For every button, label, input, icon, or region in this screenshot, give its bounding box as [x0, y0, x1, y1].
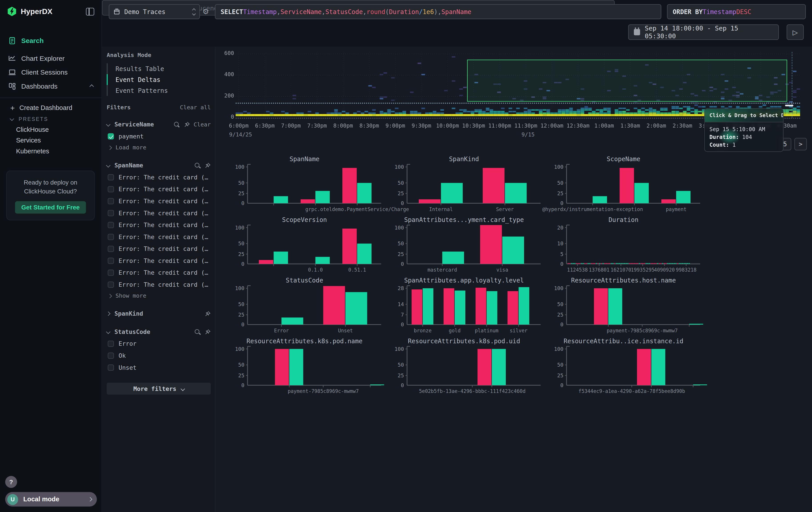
statuscode-option[interactable]: Ok	[107, 351, 211, 360]
time-range-picker[interactable]: Sep 14 18:00:00 - Sep 15 05:30:00	[628, 24, 779, 40]
svg-text:0: 0	[241, 200, 244, 206]
checkbox[interactable]	[108, 353, 114, 359]
filter-group-servicename: ServiceName Clear	[107, 120, 211, 129]
spanname-option[interactable]: Error: The credit card (…	[107, 232, 211, 242]
search-icon[interactable]	[194, 329, 200, 335]
checkbox[interactable]	[108, 281, 114, 288]
presets-toggle[interactable]: PRESETS	[0, 113, 102, 124]
pin-icon[interactable]	[204, 328, 211, 335]
chevron-down-icon[interactable]	[106, 122, 111, 127]
show-more-link[interactable]: Show more	[107, 291, 211, 300]
checkbox[interactable]	[108, 210, 114, 216]
checkbox[interactable]	[108, 198, 114, 204]
spanname-option[interactable]: Error: The credit card (…	[107, 256, 211, 266]
search-icon[interactable]	[194, 162, 200, 168]
spanname-option[interactable]: Error: The credit card (…	[107, 208, 211, 218]
checkbox[interactable]	[108, 133, 114, 140]
analysis-mode-event-patterns[interactable]: Event Patterns	[107, 85, 211, 96]
chart-title: ScopeName	[547, 156, 700, 163]
attribute-charts-grid: SpanName02550100grpc.oteldemo.PaymentSer…	[228, 156, 700, 398]
statuscode-option[interactable]: Unset	[107, 363, 211, 372]
chevron-down-icon[interactable]	[106, 163, 111, 168]
svg-text:25: 25	[398, 251, 404, 257]
app-root: HyperDX Search Chart Explorer Client Ses…	[0, 0, 812, 512]
spanname-option[interactable]: Error: The credit card (…	[107, 268, 211, 277]
chart-title: SpanAttributes...yment.card_type	[387, 216, 541, 223]
query-token: ServiceName	[280, 8, 321, 16]
spanname-option[interactable]: Error: The credit card (…	[107, 185, 211, 194]
svg-text:payment-7985c8969c-mwmw7: payment-7985c8969c-mwmw7	[288, 388, 359, 394]
query-token: /	[419, 8, 423, 16]
checkbox[interactable]	[108, 365, 114, 371]
sidebar-item-search[interactable]: Search	[0, 33, 102, 48]
load-more-link[interactable]: Load more	[107, 143, 211, 152]
svg-text:50: 50	[557, 362, 563, 368]
get-started-button[interactable]: Get Started for Free	[15, 201, 86, 214]
checkbox[interactable]	[108, 174, 114, 181]
help-button[interactable]: ?	[5, 476, 17, 488]
checkbox[interactable]	[108, 270, 114, 276]
mini-chart-resourceattributes-k8s-pod-uid[interactable]: ResourceAttributes.k8s.pod.uid025501005e…	[387, 338, 541, 398]
chevron-right-icon[interactable]	[106, 312, 111, 316]
checkbox[interactable]	[108, 234, 114, 240]
spanname-option[interactable]: Error: The credit card (…	[107, 196, 211, 206]
mini-chart-resourceattributes-host-name[interactable]: ResourceAttributes.host.name02550100paym…	[547, 277, 700, 337]
servicename-option[interactable]: payment	[107, 132, 211, 141]
pin-icon[interactable]	[183, 121, 190, 128]
mini-chart-spanattributes-app-loyalty-level[interactable]: SpanAttributes.app.loyalty.level071428br…	[387, 277, 541, 337]
mini-chart-scopename[interactable]: ScopeName02550100@hyperdx/instrumentatio…	[547, 156, 700, 216]
clear-servicename-button[interactable]: Clear	[194, 121, 211, 128]
analysis-mode-event-deltas[interactable]: Event Deltas	[107, 74, 211, 85]
svg-text:visa: visa	[496, 267, 508, 273]
sidebar-item-clickhouse[interactable]: ClickHouse	[0, 124, 102, 135]
gear-icon[interactable]: ⚙	[203, 7, 209, 16]
mini-chart-spanname[interactable]: SpanName02550100grpc.oteldemo.PaymentSer…	[228, 156, 381, 216]
local-mode-button[interactable]: U Local mode	[5, 492, 97, 507]
chevron-down-icon[interactable]	[106, 330, 111, 334]
more-filters-button[interactable]: More filters	[107, 383, 211, 395]
select-query-input[interactable]: SELECT Timestamp, ServiceName, StatusCod…	[215, 4, 662, 19]
topbar: Demo Traces ⚙ SELECT Timestamp, ServiceN…	[102, 0, 812, 47]
heatmap-selection-box[interactable]	[467, 60, 787, 102]
checkbox[interactable]	[108, 258, 114, 264]
checkbox[interactable]	[108, 186, 114, 192]
mini-chart-resourceattributes-k8s-pod-name[interactable]: ResourceAttributes.k8s.pod.name02550100p…	[228, 338, 381, 398]
source-select[interactable]: Demo Traces	[109, 4, 200, 19]
pin-icon[interactable]	[204, 310, 211, 317]
search-logs-icon	[8, 36, 16, 44]
page-next-button[interactable]: >	[794, 138, 807, 151]
sidebar-item-services[interactable]: Services	[0, 135, 102, 146]
pin-icon[interactable]	[204, 162, 211, 169]
order-by-input[interactable]: ORDER BY Timestamp DESC	[667, 4, 806, 19]
selection-edge-line[interactable]	[792, 52, 792, 118]
checkbox[interactable]	[108, 246, 114, 252]
spanname-option[interactable]: Error: The credit card (…	[107, 173, 211, 182]
spanname-option[interactable]: Error: The credit card (…	[107, 280, 211, 289]
checkbox[interactable]	[108, 222, 114, 228]
mini-chart-duration[interactable]: Duration05102011245381376801162107019935…	[547, 216, 700, 276]
mini-chart-statuscode[interactable]: StatusCode02550100ErrorUnset	[228, 277, 381, 337]
clear-all-button[interactable]: Clear all	[180, 104, 211, 111]
checkbox[interactable]	[108, 341, 114, 347]
sidebar-item-dashboards[interactable]: Dashboards	[0, 79, 102, 93]
spanname-option[interactable]: Error: The credit card (…	[107, 220, 211, 230]
threshold-line	[236, 103, 800, 104]
mini-chart-resourceattribu-ice-instance-id[interactable]: ResourceAttribu..ice.instance.id02550100…	[547, 338, 700, 398]
run-query-button[interactable]: ▷	[787, 24, 804, 40]
statuscode-option[interactable]: Error	[107, 339, 211, 348]
chevron-down-icon	[180, 386, 185, 391]
selection-drag-handle[interactable]	[785, 105, 793, 106]
analysis-mode-results-table[interactable]: Results Table	[107, 63, 211, 74]
mini-chart-scopeversion[interactable]: ScopeVersion025501000.1.00.51.1	[228, 216, 381, 276]
sidebar-item-kubernetes[interactable]: Kubernetes	[0, 145, 102, 157]
sidebar-collapse-icon[interactable]	[86, 7, 94, 16]
create-dashboard-button[interactable]: + Create Dashboard	[0, 102, 102, 113]
spanname-option[interactable]: Error: The credit card (…	[107, 244, 211, 253]
mini-chart-spankind[interactable]: SpanKind02550100InternalServer	[387, 156, 541, 216]
search-icon[interactable]	[173, 121, 180, 128]
query-token: Timestamp	[243, 8, 277, 16]
sidebar-item-client-sessions[interactable]: Client Sessions	[0, 65, 102, 79]
sidebar-item-chart-explorer[interactable]: Chart Explorer	[0, 51, 102, 65]
svg-text:0: 0	[401, 200, 404, 206]
mini-chart-spanattributes-yment-card-type[interactable]: SpanAttributes...yment.card_type02550100…	[387, 216, 541, 276]
